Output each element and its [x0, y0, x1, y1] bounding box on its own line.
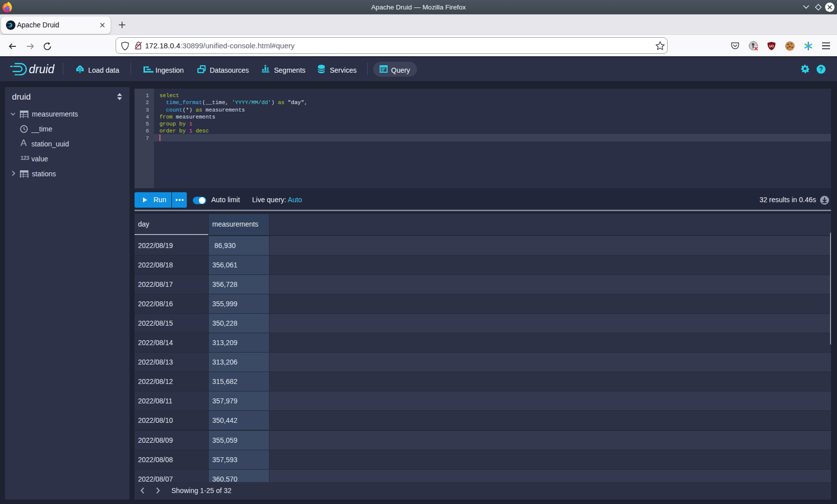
svg-text:UO: UO: [769, 44, 774, 48]
